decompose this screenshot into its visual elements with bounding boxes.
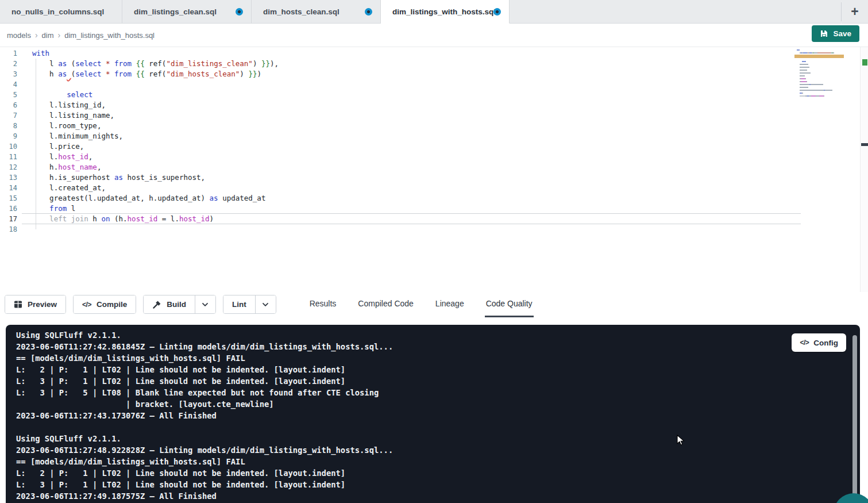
code-text: left join h on (h.host_id = l.host_id)	[32, 214, 214, 224]
code-text: l.minimum_nights,	[32, 131, 123, 141]
editor-tab[interactable]: no_nulls_in_columns.sql	[0, 0, 122, 24]
minimap-line	[797, 90, 842, 91]
chevron-down-icon	[202, 302, 209, 307]
tab-label: dim_listings_clean.sql	[134, 7, 217, 16]
action-button-label: Lint	[232, 300, 246, 309]
code-line[interactable]: 10 l.price,	[0, 141, 868, 152]
hammer-icon	[152, 300, 161, 309]
code-text: h.host_name,	[32, 162, 101, 172]
line-number: 18	[0, 224, 17, 235]
line-number: 5	[0, 90, 17, 100]
minimap-line	[797, 81, 842, 82]
code-line[interactable]: 8 l.room_type,	[0, 121, 868, 131]
config-button-label: Config	[813, 339, 838, 347]
code-line[interactable]: 2 l as (select * from {{ ref("dim_listin…	[0, 59, 868, 69]
minimap[interactable]	[797, 49, 842, 101]
code-text: select	[32, 90, 92, 100]
new-tab-button[interactable]: +	[842, 0, 868, 24]
minimap-line	[797, 84, 842, 85]
scrollbar-change-marker	[862, 59, 867, 66]
code-line[interactable]: 13 h.is_superhost as host_is_superhost,	[0, 172, 868, 183]
breadcrumb-segment[interactable]: dim_listings_with_hosts.sql	[64, 31, 155, 40]
action-button-group-preview: Preview	[5, 295, 66, 314]
result-tab-compiled-code[interactable]: Compiled Code	[357, 292, 415, 317]
table-grid-icon	[14, 300, 22, 309]
code-text: with	[32, 48, 49, 59]
preview-button[interactable]: Preview	[5, 295, 65, 313]
editor-tab[interactable]: dim_listings_clean.sql	[122, 0, 252, 24]
plus-icon: +	[851, 4, 858, 20]
file-header: models›dim›dim_listings_with_hosts.sql S…	[0, 24, 868, 47]
breadcrumb-segment[interactable]: dim	[42, 31, 54, 40]
terminal-panel: Using SQLFluff v2.1.1. 2023-06-06T11:27:…	[6, 325, 860, 503]
minimap-line	[797, 75, 842, 76]
code-line[interactable]: 4	[0, 79, 868, 90]
code-text: l.listing_name,	[32, 110, 114, 121]
code-icon: </>	[82, 301, 91, 309]
line-number: 12	[0, 162, 17, 172]
terminal-scrollbar[interactable]	[852, 335, 857, 503]
scrollbar-cursor-marker	[861, 143, 868, 146]
line-number: 10	[0, 141, 17, 152]
lint-button[interactable]: Lint	[223, 295, 255, 313]
minimap-line	[797, 72, 842, 74]
result-tab-lineage[interactable]: Lineage	[434, 292, 465, 317]
code-line[interactable]: 14 l.created_at,	[0, 183, 868, 193]
code-icon: </>	[800, 339, 809, 347]
line-number: 15	[0, 193, 17, 203]
modified-dot-icon	[365, 8, 372, 16]
breadcrumb-segment[interactable]: models	[7, 31, 31, 40]
line-number: 9	[0, 131, 17, 141]
result-tab-code-quality[interactable]: Code Quality	[485, 292, 534, 317]
minimap-line	[797, 70, 842, 71]
result-tab-results[interactable]: Results	[308, 292, 338, 317]
code-line[interactable]: 17 left join h on (h.host_id = l.host_id…	[0, 214, 868, 224]
line-number: 3	[0, 69, 17, 79]
action-buttons: Preview</>CompileBuildLint	[0, 292, 283, 314]
tab-bar-filler	[510, 0, 841, 24]
result-tabs: ResultsCompiled CodeLineageCode Quality	[308, 292, 534, 317]
code-line[interactable]: 1with	[0, 48, 868, 59]
line-number: 6	[0, 100, 17, 110]
code-line[interactable]: 16 from l	[0, 203, 868, 214]
code-text: l.created_at,	[32, 183, 106, 193]
build-button[interactable]: Build	[144, 295, 195, 313]
minimap-line	[797, 98, 842, 99]
minimap-line	[797, 87, 842, 88]
breadcrumb-chevron-icon: ›	[35, 30, 38, 40]
save-button-label: Save	[833, 29, 851, 38]
code-line[interactable]: 3 h as (select * from {{ ref("dim_hosts_…	[0, 69, 868, 79]
line-number: 11	[0, 152, 17, 162]
code-line[interactable]: 15 greatest(l.updated_at, h.updated_at) …	[0, 193, 868, 203]
code-text: l.listing_id,	[32, 100, 106, 110]
minimap-line	[797, 49, 842, 51]
code-line[interactable]: 9 l.minimum_nights,	[0, 131, 868, 141]
line-number: 2	[0, 59, 17, 69]
minimap-line	[797, 67, 842, 68]
code-line[interactable]: 18	[0, 224, 868, 235]
code-text: from l	[32, 203, 75, 214]
modified-dot-icon	[493, 8, 501, 16]
build-dropdown-button[interactable]	[195, 295, 215, 313]
code-line[interactable]: 11 l.host_id,	[0, 152, 868, 162]
lint-dropdown-button[interactable]	[255, 295, 276, 313]
line-number: 4	[0, 79, 17, 90]
config-button[interactable]: </> Config	[792, 333, 846, 352]
code-text: h.is_superhost as host_is_superhost,	[32, 172, 205, 183]
action-button-label: Compile	[97, 300, 127, 309]
breadcrumb-chevron-icon: ›	[58, 30, 61, 40]
code-line[interactable]: 7 l.listing_name,	[0, 110, 868, 121]
editor-tab[interactable]: dim_hosts_clean.sql	[252, 0, 381, 24]
tab-label: dim_hosts_clean.sql	[263, 7, 340, 16]
code-line[interactable]: 12 h.host_name,	[0, 162, 868, 172]
code-editor[interactable]: 1with2 l as (select * from {{ ref("dim_l…	[0, 47, 868, 292]
code-text: l.price,	[32, 141, 84, 152]
line-number: 13	[0, 172, 17, 183]
save-button[interactable]: Save	[812, 25, 859, 42]
editor-tab[interactable]: dim_listings_with_hosts.sql	[381, 0, 510, 24]
code-line[interactable]: 5 select	[0, 90, 868, 100]
compile-button[interactable]: </>Compile	[74, 295, 136, 313]
line-number: 8	[0, 121, 17, 131]
code-line[interactable]: 6 l.listing_id,	[0, 100, 868, 110]
editor-scrollbar[interactable]	[860, 47, 868, 292]
